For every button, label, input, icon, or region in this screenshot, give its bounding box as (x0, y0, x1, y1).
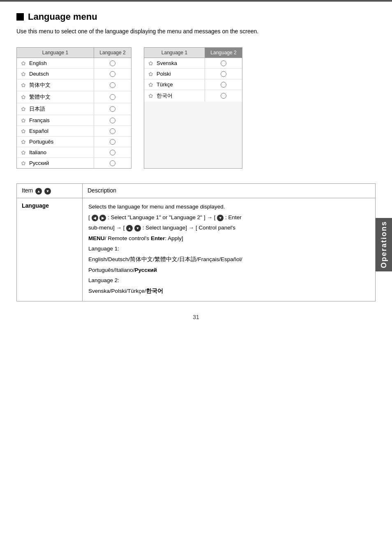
menu-table-2-header: Language 1 Language 2 (144, 48, 242, 58)
menu-table-2-col1-header: Language 1 (144, 48, 205, 58)
menu-table-1-col1-header: Language 1 (17, 48, 94, 58)
radio-cell (205, 58, 242, 68)
nav-down-icon3: ▼ (134, 225, 141, 232)
lang-cell: ✿English (17, 58, 94, 68)
radio-icon (110, 94, 115, 100)
desc-header-row: Item ▲ ▼ Description (17, 184, 375, 198)
menu-screenshots: Language 1 Language 2 ✿English ✿Deutsch … (16, 47, 376, 169)
lang-cell: ✿日本語 (17, 103, 94, 115)
lang-label: Español (29, 128, 48, 134)
section-header: Language menu (16, 12, 376, 22)
radio-icon (221, 60, 226, 66)
lang-label: Português (29, 139, 53, 145)
desc-line-5: Language 1: (88, 244, 369, 253)
radio-cell (94, 69, 131, 79)
lang-cell: ✿Deutsch (17, 69, 94, 79)
lang-cell: ✿简体中文 (17, 79, 94, 91)
radio-icon (110, 139, 115, 145)
radio-icon (110, 128, 115, 134)
gear-icon: ✿ (21, 118, 27, 123)
menu-table-2-col2-header: Language 2 (205, 48, 242, 58)
operations-side-tab: Operations (376, 218, 392, 271)
radio-cell (94, 148, 131, 158)
lang-cell: ✿Français (17, 115, 94, 125)
radio-icon (110, 150, 115, 155)
nav-up-icon: ▲ (35, 188, 42, 195)
lang-label: Italiano (29, 149, 46, 155)
desc-line-6: English/Deutsch/简体中文/繁體中文/日本語/Français/E… (88, 255, 369, 264)
radio-icon (110, 60, 115, 66)
radio-cell (94, 104, 131, 114)
black-square-icon (16, 13, 24, 21)
desc-line-4: MENU/ Remote control's Enter: Apply] (88, 234, 369, 243)
desc-line-8: Language 2: (88, 276, 369, 285)
radio-cell (94, 158, 131, 168)
lang-cell: ✿Svenska (144, 58, 205, 68)
radio-cell (94, 116, 131, 125)
lang-label: Polski (157, 71, 171, 77)
lang-label: 한국어 (157, 92, 173, 100)
desc-item-description: Selects the language for menu and messag… (83, 198, 375, 301)
lang-label: 日本語 (29, 105, 45, 113)
page-number: 31 (16, 314, 376, 320)
gear-icon: ✿ (21, 60, 27, 66)
desc-line-7: Português/Italiano/Русский (88, 266, 369, 275)
nav-left-icon: ◀ (92, 215, 98, 221)
lang-cell: ✿Polski (144, 69, 205, 79)
gear-icon: ✿ (148, 93, 154, 99)
desc-description-header: Description (83, 184, 375, 198)
menu-table-2: Language 1 Language 2 ✿Svenska ✿Polski ✿… (144, 47, 242, 169)
table-row: ✿Español (17, 126, 131, 137)
table-row: ✿日本語 (17, 103, 131, 115)
nav-right-icon: ▶ (99, 215, 106, 221)
table-row: ✿Français (17, 115, 131, 126)
menu-table-1: Language 1 Language 2 ✿English ✿Deutsch … (16, 47, 131, 169)
lang-cell: ✿繁體中文 (17, 91, 94, 103)
radio-cell (205, 91, 242, 101)
radio-icon (110, 106, 115, 112)
menu-table-1-col2-header: Language 2 (94, 48, 131, 58)
lang-label: English (29, 60, 47, 66)
gear-icon: ✿ (21, 160, 27, 166)
gear-icon: ✿ (21, 139, 27, 145)
radio-icon (110, 160, 115, 166)
gear-icon: ✿ (21, 150, 27, 155)
table-row: ✿Deutsch (17, 69, 131, 79)
lang-cell: ✿Italiano (17, 147, 94, 158)
desc-line-3: sub-menu] → [ ▲ ▼ : Select language] → [… (88, 223, 369, 232)
gear-icon: ✿ (21, 71, 27, 77)
table-row: ✿한국어 (144, 90, 242, 102)
description-table: Item ▲ ▼ Description Language Selects th… (16, 183, 376, 301)
desc-line-9: Svenska/Polski/Türkçe/한국어 (88, 287, 369, 296)
table-row: ✿简体中文 (17, 79, 131, 91)
lang-label: Türkçe (157, 81, 173, 88)
desc-item-header: Item ▲ ▼ (17, 184, 83, 198)
lang-label: 简体中文 (29, 81, 51, 89)
gear-icon: ✿ (148, 60, 154, 66)
lang-label: Deutsch (29, 71, 49, 77)
table-row: ✿Italiano (17, 147, 131, 158)
radio-icon (221, 93, 226, 99)
table-row: ✿Polski (144, 69, 242, 79)
lang-label: 繁體中文 (29, 93, 51, 101)
desc-item-label: Language (17, 198, 83, 301)
radio-cell (94, 80, 131, 90)
table-row: ✿Svenska (144, 58, 242, 69)
lang-cell: ✿Türkçe (144, 79, 205, 90)
gear-icon: ✿ (148, 82, 154, 88)
radio-cell (94, 92, 131, 102)
lang-cell: ✿Português (17, 137, 94, 147)
table-row: ✿繁體中文 (17, 91, 131, 103)
nav-down-icon: ▼ (44, 188, 51, 195)
radio-icon (221, 71, 226, 77)
lang-label: Svenska (157, 60, 177, 66)
nav-up-icon2: ▲ (126, 225, 133, 232)
lang-cell: ✿Русский (17, 158, 94, 168)
table-row: ✿English (17, 58, 131, 69)
radio-icon (221, 82, 226, 88)
nav-down-icon2: ▼ (217, 215, 224, 221)
radio-cell (205, 69, 242, 79)
gear-icon: ✿ (21, 94, 27, 100)
gear-icon: ✿ (21, 82, 27, 88)
radio-icon (110, 71, 115, 77)
